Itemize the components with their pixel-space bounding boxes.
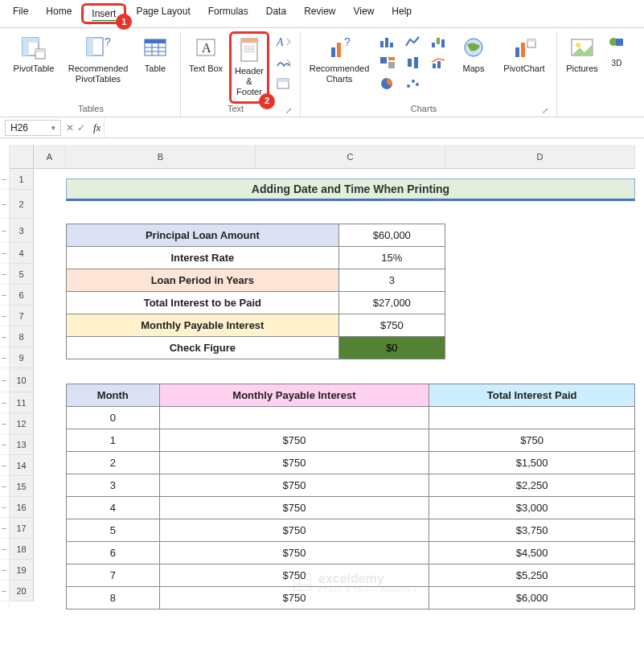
table-button[interactable]: Table <box>135 31 175 77</box>
pie-chart-button[interactable] <box>376 75 399 92</box>
row-header-3[interactable]: 3 <box>10 219 34 243</box>
table-cell[interactable]: 2 <box>67 452 160 474</box>
menu-review[interactable]: Review <box>296 3 343 24</box>
table-cell[interactable]: $6,000 <box>429 587 635 609</box>
menu-page-layout[interactable]: Page Layout <box>128 3 198 24</box>
row-header-20[interactable]: 20 <box>10 581 34 601</box>
charts-launcher-icon[interactable]: ⤢ <box>542 106 552 115</box>
menu-help[interactable]: Help <box>384 3 420 24</box>
table-cell[interactable] <box>429 407 635 429</box>
table-cell[interactable]: $750 <box>159 587 429 609</box>
name-box-dropdown-icon[interactable]: ▾ <box>51 124 55 132</box>
row-header-18[interactable]: 18 <box>10 539 34 560</box>
menu-file[interactable]: File <box>5 3 36 24</box>
column-chart-button[interactable] <box>376 33 399 51</box>
summary-label[interactable]: Principal Loan Amount <box>67 224 339 247</box>
table-cell[interactable]: $2,250 <box>429 474 635 497</box>
pivottable-button[interactable]: PivotTable <box>6 31 61 77</box>
table-cell[interactable]: $750 <box>159 564 429 587</box>
recommended-pivot-button[interactable]: ? Recommended PivotTables <box>64 31 132 88</box>
table-cell[interactable]: 8 <box>67 587 160 609</box>
row-header-13[interactable]: 13 <box>10 434 34 455</box>
pictures-button[interactable]: Pictures <box>562 31 602 77</box>
textbox-button[interactable]: A Text Box <box>186 31 226 77</box>
row-header-7[interactable]: 7 <box>10 306 34 326</box>
table-cell[interactable]: 3 <box>67 474 160 497</box>
scatter-chart-button[interactable] <box>402 75 425 92</box>
col-header-B[interactable]: B <box>66 145 256 169</box>
menu-view[interactable]: View <box>346 3 383 24</box>
table-cell[interactable]: 5 <box>67 519 160 542</box>
maps-button[interactable]: Maps <box>453 31 494 77</box>
summary-value[interactable]: 15% <box>338 247 445 269</box>
table-cell[interactable]: $5,250 <box>429 564 635 587</box>
row-header-5[interactable]: 5 <box>10 264 34 285</box>
summary-value[interactable]: $27,000 <box>338 292 445 314</box>
row-header-10[interactable]: 10 <box>10 368 34 392</box>
header-footer-button[interactable]: Header & Footer 2 <box>229 31 269 104</box>
col-header-C[interactable]: C <box>256 145 445 169</box>
table-cell[interactable]: 1 <box>67 429 160 452</box>
summary-label[interactable]: Loan Period in Years <box>67 269 339 292</box>
text-launcher-icon[interactable]: ⤢ <box>285 106 295 115</box>
table-cell[interactable]: 4 <box>67 497 160 519</box>
table-header[interactable]: Monthly Payable Interest <box>159 384 429 407</box>
row-header-19[interactable]: 19 <box>10 560 34 581</box>
row-header-15[interactable]: 15 <box>10 476 34 497</box>
menu-formulas[interactable]: Formulas <box>200 3 256 24</box>
accept-formula-icon[interactable]: ✓ <box>77 122 85 133</box>
table-cell[interactable]: 6 <box>67 542 160 564</box>
select-all-corner[interactable] <box>10 145 34 169</box>
fx-icon[interactable]: fx <box>90 121 104 134</box>
row-header-1[interactable]: 1 <box>10 169 34 190</box>
summary-value[interactable]: 3 <box>338 269 445 292</box>
name-box[interactable]: H26 ▾ <box>5 120 61 136</box>
row-header-6[interactable]: 6 <box>10 285 34 306</box>
row-header-2[interactable]: 2 <box>10 190 34 219</box>
row-header-17[interactable]: 17 <box>10 518 34 539</box>
summary-label[interactable]: Check Figure <box>67 337 339 359</box>
row-header-9[interactable]: 9 <box>10 347 34 368</box>
hierarchy-chart-button[interactable] <box>376 54 399 72</box>
col-header-A[interactable]: A <box>34 145 66 169</box>
summary-label[interactable]: Interest Rate <box>67 247 339 269</box>
wordart-button[interactable]: A <box>273 33 295 51</box>
3d-models-button[interactable]: 3D <box>605 54 628 72</box>
summary-value[interactable]: $60,000 <box>338 224 445 247</box>
table-header[interactable]: Total Interest Paid <box>429 384 635 407</box>
object-button[interactable] <box>273 75 295 92</box>
row-header-8[interactable]: 8 <box>10 326 34 347</box>
table-cell[interactable]: $750 <box>159 519 429 542</box>
statistic-chart-button[interactable] <box>402 54 425 72</box>
formula-bar[interactable] <box>104 117 644 137</box>
table-cell[interactable]: $1,500 <box>429 452 635 474</box>
table-cell[interactable]: $750 <box>429 429 635 452</box>
table-cell[interactable]: $750 <box>159 429 429 452</box>
menu-home[interactable]: Home <box>38 3 80 24</box>
summary-label[interactable]: Total Interest to be Paid <box>67 292 339 314</box>
table-cell[interactable]: $3,000 <box>429 497 635 519</box>
shapes-button[interactable] <box>605 33 628 51</box>
row-header-16[interactable]: 16 <box>10 497 34 518</box>
line-chart-button[interactable] <box>402 33 425 51</box>
table-cell[interactable]: $750 <box>159 542 429 564</box>
menu-insert[interactable]: Insert1 <box>81 3 126 24</box>
table-cell[interactable]: 0 <box>67 407 160 429</box>
waterfall-chart-button[interactable] <box>428 33 450 51</box>
table-cell[interactable] <box>159 407 429 429</box>
summary-label[interactable]: Monthly Payable Interest <box>67 314 339 337</box>
row-header-14[interactable]: 14 <box>10 455 34 476</box>
col-header-D[interactable]: D <box>445 145 635 169</box>
cancel-formula-icon[interactable]: ✕ <box>66 122 74 133</box>
summary-value[interactable]: $750 <box>338 314 445 337</box>
signature-button[interactable] <box>273 54 295 72</box>
menu-data[interactable]: Data <box>258 3 294 24</box>
table-cell[interactable]: $750 <box>159 497 429 519</box>
combo-chart-button[interactable] <box>428 54 450 72</box>
table-header[interactable]: Month <box>67 384 160 407</box>
table-cell[interactable]: $750 <box>159 452 429 474</box>
table-cell[interactable]: 7 <box>67 564 160 587</box>
table-cell[interactable]: $3,750 <box>429 519 635 542</box>
row-header-12[interactable]: 12 <box>10 413 34 434</box>
table-cell[interactable]: $750 <box>159 474 429 497</box>
